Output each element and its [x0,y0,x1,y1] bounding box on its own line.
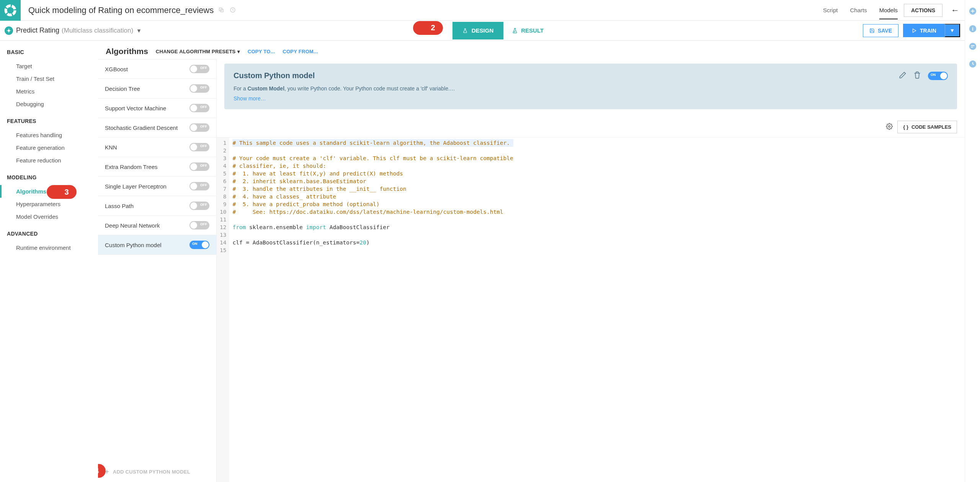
predict-subtitle: (Multiclass classification) [62,27,133,34]
algo-toggle[interactable]: OFF [189,202,209,210]
predict-dropdown-icon[interactable]: ▼ [136,28,142,34]
app-logo[interactable] [0,0,21,21]
annotation-3: 3 [54,185,77,199]
gear-icon[interactable] [886,123,893,131]
svg-marker-5 [913,29,916,32]
braces-icon: { } [903,124,908,130]
algorithm-list-panel: XGBoostOFFDecision TreeOFFSupport Vector… [98,59,217,482]
algorithms-title: Algorithms [106,47,148,56]
algorithm-detail-panel: Custom Python model For a Custom Model, … [217,59,965,482]
algo-item-single-layer-perceptron[interactable]: Single Layer PerceptronOFF [98,177,216,196]
add-circle-icon[interactable] [969,7,977,15]
train-button[interactable]: TRAIN [903,24,945,37]
sidebar-item-features-handling[interactable]: Features handling [0,129,98,141]
svg-point-4 [8,30,10,32]
show-more-link[interactable]: Show more… [234,95,891,102]
svg-point-10 [969,43,976,50]
algo-item-label: Deep Neural Network [105,222,160,229]
info-circle-icon[interactable]: i [969,25,977,33]
sidebar-item-train-test-set[interactable]: Train / Test Set [0,72,98,85]
svg-point-6 [889,126,890,128]
algo-item-stochastic-gradient-descent[interactable]: Stochastic Gradient DescentOFF [98,118,216,138]
svg-text:i: i [972,26,973,32]
algo-toggle[interactable]: OFF [189,84,209,93]
page-title: Quick modeling of Rating on ecommerce_re… [28,5,823,15]
algo-toggle[interactable]: OFF [189,65,209,73]
sidebar-item-model-overrides[interactable]: Model Overrides [0,210,98,223]
copy-from-button[interactable]: COPY FROM... [283,49,318,54]
copy-to-button[interactable]: COPY TO... [248,49,275,54]
info-description: For a Custom Model, you write Python cod… [234,85,891,92]
sidebar-item-feature-reduction[interactable]: Feature reduction [0,154,98,167]
add-custom-python-model-button[interactable]: 4 + ADD CUSTOM PYTHON MODEL [98,462,216,482]
actions-button[interactable]: ACTIONS [904,4,942,17]
history-icon[interactable] [230,5,236,15]
sidebar-item-runtime-environment[interactable]: Runtime environment [0,241,98,254]
algo-item-label: Support Vector Machine [105,105,166,111]
tab-script[interactable]: Script [823,1,838,20]
sidebar-section-advanced: ADVANCED [7,231,91,237]
delete-icon[interactable] [913,71,921,80]
train-label: TRAIN [920,28,936,34]
algo-toggle[interactable]: OFF [189,162,209,171]
result-label: RESULT [521,27,544,34]
sidebar: BASIC Target Train / Test Set Metrics De… [0,41,98,482]
custom-model-info-box: Custom Python model For a Custom Model, … [224,64,957,109]
copy-icon[interactable] [218,5,224,15]
flask-check-icon [512,28,518,34]
code-samples-button[interactable]: { } CODE SAMPLES [897,121,957,133]
change-algorithm-presets-button[interactable]: CHANGE ALGORITHM PRESETS ▾ [156,49,240,54]
algo-toggle[interactable]: OFF [189,123,209,132]
algo-toggle[interactable]: OFF [189,221,209,230]
algo-toggle[interactable]: OFF [189,182,209,190]
tab-charts[interactable]: Charts [850,1,867,20]
svg-point-0 [6,6,15,15]
algo-toggle[interactable]: OFF [189,143,209,151]
back-arrow-icon[interactable]: ← [951,5,959,15]
right-rail: i [965,0,980,482]
train-dropdown-button[interactable]: ▼ [945,24,960,37]
algo-item-xgboost[interactable]: XGBoostOFF [98,59,216,79]
algo-item-label: Decision Tree [105,85,140,92]
info-title: Custom Python model [234,71,891,80]
sidebar-section-features: FEATURES [7,118,91,124]
algo-toggle[interactable]: ON [189,241,209,249]
algo-toggle[interactable]: OFF [189,104,209,112]
code-toolbar: { } CODE SAMPLES [217,117,965,137]
result-button[interactable]: RESULT [503,22,552,39]
sidebar-item-feature-generation[interactable]: Feature generation [0,141,98,154]
algo-item-support-vector-machine[interactable]: Support Vector MachineOFF [98,98,216,118]
save-icon [869,28,875,33]
sidebar-item-metrics[interactable]: Metrics [0,85,98,98]
design-button[interactable]: DESIGN [452,22,504,39]
header-tabs: Script Charts Models [823,1,898,20]
algo-item-label: Stochastic Gradient Descent [105,125,178,131]
main-content: Algorithms CHANGE ALGORITHM PRESETS ▾ CO… [98,41,965,482]
chat-circle-icon[interactable] [969,42,977,51]
sidebar-item-hyperparameters[interactable]: Hyperparameters [0,198,98,210]
algo-item-custom-python-model[interactable]: Custom Python modelON [98,235,216,255]
code-editor[interactable]: 123456789101112131415 # This sample code… [217,137,965,482]
design-label: DESIGN [472,27,494,34]
algo-item-label: Extra Random Trees [105,164,158,170]
algo-item-decision-tree[interactable]: Decision TreeOFF [98,79,216,98]
algo-item-deep-neural-network[interactable]: Deep Neural NetworkOFF [98,216,216,235]
code-body[interactable]: # This sample code uses a standard sciki… [229,138,516,482]
algo-item-knn[interactable]: KNNOFF [98,138,216,157]
annotation-2: 2 [420,21,443,35]
predict-label: Predict Rating [16,26,59,34]
algorithms-header: Algorithms CHANGE ALGORITHM PRESETS ▾ CO… [98,41,965,56]
algo-item-lasso-path[interactable]: Lasso PathOFF [98,196,216,216]
algo-item-label: KNN [105,144,117,151]
flask-icon [462,27,468,34]
algo-item-extra-random-trees[interactable]: Extra Random TreesOFF [98,157,216,177]
sidebar-item-debugging[interactable]: Debugging [0,98,98,110]
save-button[interactable]: SAVE [863,24,898,37]
edit-icon[interactable] [899,71,906,80]
clock-circle-icon[interactable] [969,60,977,68]
sidebar-section-basic: BASIC [7,49,91,55]
tab-models[interactable]: Models [879,1,898,20]
algo-item-label: XGBoost [105,66,128,72]
custom-model-toggle[interactable]: ON [928,72,948,80]
sidebar-item-target[interactable]: Target [0,60,98,72]
